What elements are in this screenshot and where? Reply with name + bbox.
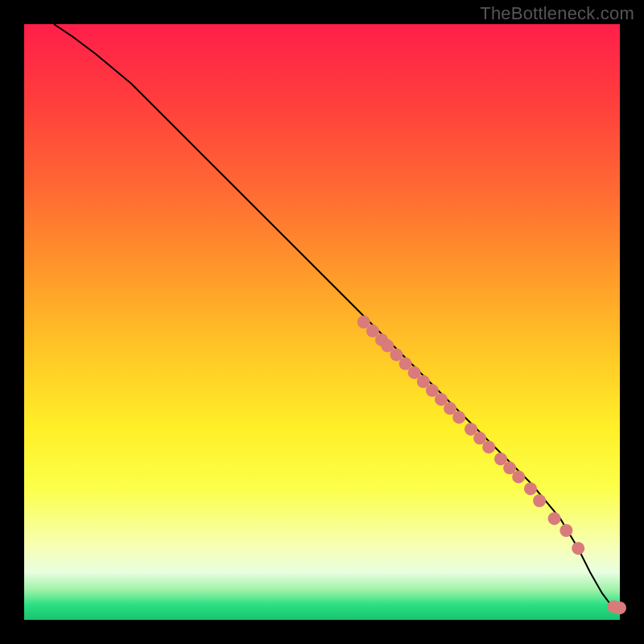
scatter-point [572,542,584,555]
main-curve [54,24,620,608]
scatter-point [524,482,537,495]
scatter-point [533,494,546,507]
chart-overlay [24,24,620,620]
scatter-point [548,512,561,525]
scatter-point [613,601,626,614]
scatter-point [559,524,572,537]
scatter-points-group [357,316,626,614]
scatter-point [512,470,525,483]
watermark-text: TheBottleneck.com [480,3,634,24]
scatter-point [482,440,495,453]
scatter-point [452,411,465,423]
chart-frame: TheBottleneck.com [0,0,644,644]
